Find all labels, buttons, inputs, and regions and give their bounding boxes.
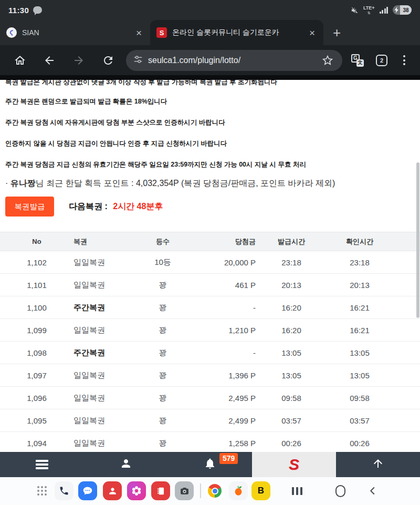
issue-row: 복권발급 다음복권 : 2시간 48분후 bbox=[5, 196, 163, 217]
table-cell-rank: 꽝 bbox=[131, 296, 194, 319]
nav-menu-button[interactable] bbox=[0, 452, 84, 477]
table-cell-checked-time: 23:18 bbox=[320, 251, 420, 274]
reload-button[interactable] bbox=[93, 49, 123, 72]
close-tab-icon[interactable]: × bbox=[134, 28, 144, 38]
table-cell-lottery: 주간복권 bbox=[74, 342, 131, 364]
new-tab-button[interactable]: + bbox=[323, 25, 350, 45]
signal-strength-icon bbox=[380, 7, 388, 14]
taskbar-divider bbox=[200, 483, 201, 498]
bookmark-star-icon[interactable] bbox=[317, 49, 338, 72]
browser-tab-active[interactable]: S 온라인 슬롯커뮤니티 슬기로운카 × bbox=[150, 20, 323, 45]
issue-lottery-button[interactable]: 복권발급 bbox=[5, 197, 54, 217]
app-b-icon[interactable]: B bbox=[251, 481, 270, 500]
table-row: 1,095 일일복권 꽝 2,499 P 03:57 03:57 bbox=[0, 409, 420, 432]
table-cell-prize: 1,210 P bbox=[194, 319, 262, 342]
home-button[interactable] bbox=[5, 49, 35, 72]
phone-app-icon[interactable] bbox=[55, 481, 74, 500]
page-content: 복권 발급은 게시판 상관없이 댓글 3개 이상 작성 후 발급 가능하며 복권… bbox=[0, 79, 420, 452]
notes-app-icon[interactable] bbox=[151, 481, 170, 500]
notice-line: 주간 복권은 랜덤으로 발급되며 발급 확률은 18%입니다 bbox=[5, 97, 167, 106]
table-cell-no: 1,094 bbox=[0, 432, 74, 452]
nav-site-logo-button[interactable]: S bbox=[252, 452, 336, 477]
table-cell-prize: - bbox=[194, 296, 262, 319]
gallery-app-icon[interactable] bbox=[127, 481, 146, 500]
network-type-icon: LTE+ ⇅ bbox=[363, 6, 375, 15]
table-cell-prize: 2,495 P bbox=[194, 387, 262, 409]
mute-icon bbox=[351, 6, 359, 14]
site-favicon: S bbox=[156, 27, 167, 38]
bullet: · bbox=[5, 179, 8, 188]
site-header-edge bbox=[0, 75, 420, 80]
table-cell-prize: - bbox=[194, 342, 262, 364]
close-tab-icon[interactable]: × bbox=[307, 28, 317, 38]
android-back-button[interactable] bbox=[363, 481, 382, 500]
table-cell-prize: 20,000 P bbox=[194, 251, 262, 274]
browser-tab-sian[interactable]: SIAN × bbox=[0, 20, 150, 45]
table-row: 1,100 주간복권 꽝 - 16:20 16:21 bbox=[0, 296, 420, 319]
nav-notifications-button[interactable]: 579 bbox=[168, 452, 252, 477]
clock: 11:30 bbox=[8, 6, 29, 15]
nickname: 유나짱 bbox=[10, 179, 36, 188]
table-cell-no: 1,102 bbox=[0, 251, 74, 274]
table-cell-lottery: 일일복권 bbox=[74, 409, 131, 432]
table-body: 1,102 일일복권 10등 20,000 P 23:18 23:18 1,10… bbox=[0, 251, 420, 452]
table-row: 1,102 일일복권 10등 20,000 P 23:18 23:18 bbox=[0, 251, 420, 274]
table-cell-no: 1,101 bbox=[0, 274, 74, 296]
camera-app-icon[interactable] bbox=[175, 481, 194, 500]
notice-line: 주간 복권 당첨금 지급 신청의 유효기간은 해당주 일요일 23:59까지만 … bbox=[5, 160, 306, 169]
android-home-button[interactable] bbox=[331, 481, 350, 500]
user-points-line: · 유나짱님 최근 한달 획득 포인트 : 4,032,354P (복권 당첨금… bbox=[5, 178, 335, 189]
browser-toolbar: seulca1.com/plugin/lotto/ G 文 2 bbox=[0, 45, 420, 75]
table-cell-no: 1,100 bbox=[0, 296, 74, 319]
table-cell-checked-time: 16:21 bbox=[320, 296, 420, 319]
table-cell-issued-time: 20:13 bbox=[262, 274, 320, 296]
chrome-app-icon[interactable] bbox=[205, 481, 224, 500]
table-row: 1,097 일일복권 꽝 1,396 P 13:05 13:05 bbox=[0, 364, 420, 387]
app-drawer-icon[interactable] bbox=[33, 481, 51, 500]
tab-switcher-button[interactable]: 2 bbox=[370, 49, 394, 72]
table-cell-prize: 1,258 P bbox=[194, 432, 262, 452]
recent-apps-button[interactable] bbox=[288, 481, 307, 500]
phone-screen: 11:30 LTE+ ⇅ 38 bbox=[0, 0, 420, 505]
hamburger-icon bbox=[36, 460, 48, 469]
karrot-app-icon[interactable] bbox=[229, 481, 248, 500]
column-header-rank: 등수 bbox=[131, 232, 194, 251]
table-cell-prize: 461 P bbox=[194, 274, 262, 296]
nav-profile-button[interactable] bbox=[84, 452, 168, 477]
page-scrollbar-thumb[interactable] bbox=[416, 162, 419, 318]
table-cell-prize: 1,396 P bbox=[194, 364, 262, 387]
site-logo: S bbox=[289, 456, 299, 473]
back-button[interactable] bbox=[35, 49, 64, 72]
table-cell-lottery: 주간복권 bbox=[74, 296, 131, 319]
site-settings-icon[interactable] bbox=[133, 55, 143, 66]
table-cell-issued-time: 09:58 bbox=[262, 387, 320, 409]
lottery-history-table: No 복권 등수 당첨금 발급시간 확인시간 1,102 일일복권 10등 20… bbox=[0, 232, 420, 452]
table-cell-lottery: 일일복권 bbox=[74, 364, 131, 387]
table-cell-no: 1,097 bbox=[0, 364, 74, 387]
menu-kebab-icon[interactable] bbox=[394, 49, 415, 72]
messages-app-icon[interactable] bbox=[78, 481, 97, 500]
forward-button[interactable] bbox=[64, 49, 93, 72]
table-cell-issued-time: 23:18 bbox=[262, 251, 320, 274]
table-row: 1,099 일일복권 꽝 1,210 P 16:20 16:21 bbox=[0, 319, 420, 342]
table-cell-rank: 꽝 bbox=[131, 274, 194, 296]
column-header-prize: 당첨금 bbox=[194, 232, 262, 251]
contacts-app-icon[interactable] bbox=[103, 481, 122, 500]
next-lottery-countdown: 2시간 48분후 bbox=[113, 202, 163, 211]
table-cell-lottery: 일일복권 bbox=[74, 251, 131, 274]
table-header-row: No 복권 등수 당첨금 발급시간 확인시간 bbox=[0, 232, 420, 251]
table-cell-lottery: 일일복권 bbox=[74, 432, 131, 452]
table-cell-prize: 2,499 P bbox=[194, 409, 262, 432]
nav-scroll-top-button[interactable] bbox=[336, 452, 420, 477]
table-cell-rank: 꽝 bbox=[131, 387, 194, 409]
table-cell-issued-time: 00:26 bbox=[262, 432, 320, 452]
notification-count-badge: 579 bbox=[219, 453, 238, 464]
arrow-up-icon bbox=[372, 457, 384, 472]
url-bar[interactable]: seulca1.com/plugin/lotto/ bbox=[126, 50, 342, 71]
translate-icon[interactable]: G 文 bbox=[345, 49, 370, 72]
table-cell-rank: 꽝 bbox=[131, 319, 194, 342]
table-cell-checked-time: 13:05 bbox=[320, 364, 420, 387]
bell-icon bbox=[204, 457, 216, 472]
messenger-notification-icon bbox=[33, 6, 42, 14]
table-cell-rank: 꽝 bbox=[131, 409, 194, 432]
